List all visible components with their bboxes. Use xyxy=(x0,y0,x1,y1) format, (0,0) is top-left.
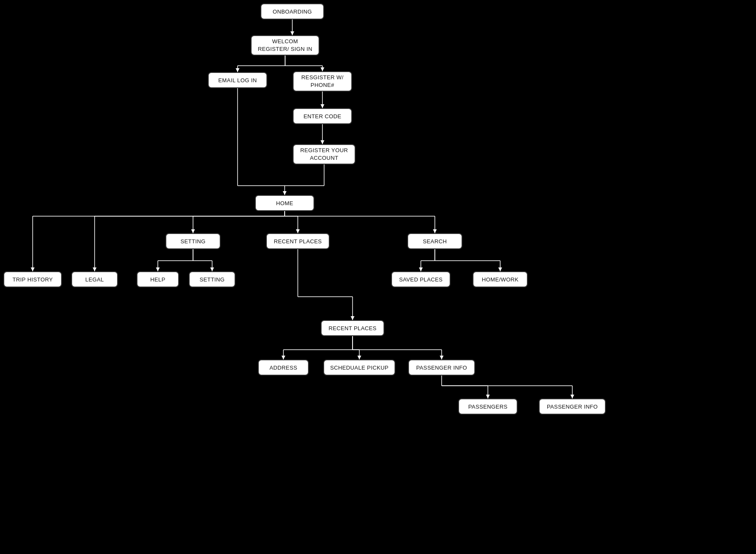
diagram: ONBOARDING WELCOMREGISTER/ SIGN IN EMAIL… xyxy=(0,0,756,554)
node-search: SEARCH xyxy=(407,233,462,249)
node-recent-places-top: RECENT PLACES xyxy=(266,233,330,249)
node-recent-places-mid: RECENT PLACES xyxy=(321,320,384,336)
node-enter-code: ENTER CODE xyxy=(293,108,352,124)
node-welcome: WELCOMREGISTER/ SIGN IN xyxy=(251,35,319,56)
node-legal: LEGAL xyxy=(71,271,118,287)
node-register-account: REGISTER YOURACCOUNT xyxy=(293,144,356,164)
node-onboarding: ONBOARDING xyxy=(260,3,324,19)
node-home: HOME xyxy=(255,195,314,211)
node-passengers: PASSENGERS xyxy=(458,398,518,415)
node-passenger-info-top: PASSENGER INFO xyxy=(408,359,475,376)
node-setting-main: SETTING xyxy=(165,233,221,249)
node-trip-history: TRIP HISTORY xyxy=(3,271,62,287)
node-saved-places: SAVED PLACES xyxy=(391,271,451,287)
node-setting-sub: SETTING xyxy=(189,271,235,287)
node-address: ADDRESS xyxy=(258,359,309,376)
node-schedule-pickup: SCHEDUALE PICKUP xyxy=(323,359,395,376)
node-passenger-info-bot: PASSENGER INFO xyxy=(539,398,606,415)
node-register-phone: RESGISTER W/PHONE# xyxy=(293,71,352,92)
node-email-login: EMAIL LOG IN xyxy=(208,72,267,88)
node-home-work: HOME/WORK xyxy=(473,271,528,287)
node-help: HELP xyxy=(137,271,179,287)
